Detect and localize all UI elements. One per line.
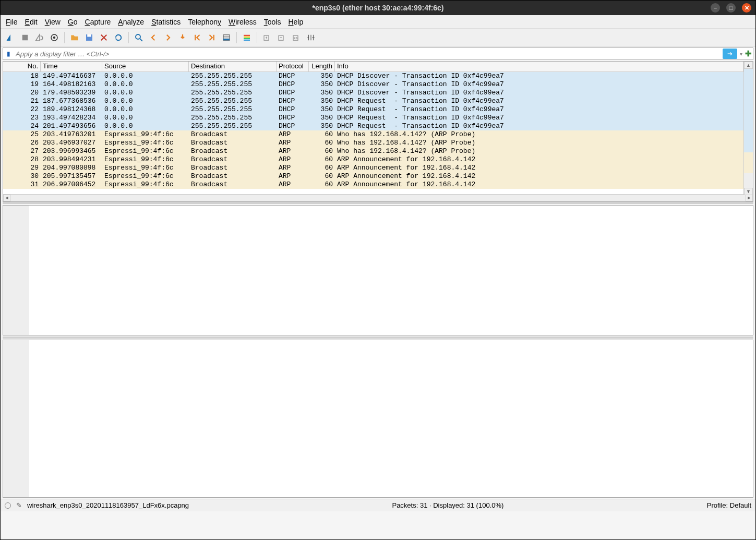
- jump-to-button[interactable]: [176, 31, 189, 44]
- svg-line-6: [140, 39, 142, 41]
- auto-scroll-button[interactable]: [220, 31, 233, 44]
- svg-rect-11: [244, 34, 250, 35]
- packet-details-pane[interactable]: [3, 205, 753, 335]
- packet-bytes-pane[interactable]: [3, 340, 753, 498]
- expert-info-icon[interactable]: [5, 502, 11, 509]
- menu-analyze[interactable]: Analyze: [118, 18, 144, 26]
- packet-row[interactable]: 18149.4974166370.0.0.0255.255.255.255DHC…: [3, 72, 753, 80]
- scroll-down-icon[interactable]: ▼: [744, 188, 753, 195]
- packet-row[interactable]: 24201.4974936560.0.0.0255.255.255.255DHC…: [3, 122, 753, 130]
- scroll-left-icon[interactable]: ◄: [3, 195, 10, 201]
- add-filter-button[interactable]: ✚: [743, 49, 753, 58]
- packet-row[interactable]: 20179.4985032390.0.0.0255.255.255.255DHC…: [3, 89, 753, 97]
- packet-row[interactable]: 31206.997006452Espressi_99:4f:6cBroadcas…: [3, 181, 753, 189]
- col-header-destination[interactable]: Destination: [189, 62, 277, 71]
- svg-text:1:1: 1:1: [293, 37, 298, 40]
- menu-edit[interactable]: Edit: [25, 18, 38, 26]
- scroll-right-icon[interactable]: ►: [746, 195, 753, 201]
- prev-packet-button[interactable]: [147, 31, 160, 44]
- packet-row[interactable]: 23193.4974282340.0.0.0255.255.255.255DHC…: [3, 114, 753, 122]
- title-bar: *enp3s0 (ether host 30:ae:a4:99:4f:6c) –…: [1, 1, 755, 15]
- reload-button[interactable]: [112, 31, 125, 44]
- display-filter-bar: ▮ ➔ ▾ ✚: [3, 47, 753, 60]
- toolbar: + − 1:1: [1, 29, 755, 46]
- svg-text:−: −: [280, 35, 282, 40]
- zoom-in-button[interactable]: +: [260, 31, 274, 44]
- splitter-1[interactable]: [3, 202, 753, 204]
- svg-rect-14: [244, 39, 250, 40]
- display-filter-input[interactable]: [14, 49, 722, 59]
- packet-list-pane: No. Time Source Destination Protocol Len…: [3, 61, 753, 202]
- menu-bar: File Edit View Go Capture Analyze Statis…: [1, 15, 755, 29]
- status-packets: Packets: 31 · Displayed: 31 (100.0%): [392, 501, 503, 509]
- colorize-button[interactable]: [240, 31, 254, 44]
- svg-rect-0: [22, 34, 28, 40]
- zoom-reset-button[interactable]: 1:1: [290, 31, 303, 44]
- packet-list-header: No. Time Source Destination Protocol Len…: [3, 62, 753, 72]
- minimize-button[interactable]: –: [711, 3, 720, 13]
- next-packet-button[interactable]: [161, 31, 175, 44]
- packet-list-body[interactable]: 18149.4974166370.0.0.0255.255.255.255DHC…: [3, 72, 753, 194]
- packet-row[interactable]: 26203.496937027Espressi_99:4f:6cBroadcas…: [3, 139, 753, 147]
- packet-row[interactable]: 22189.4981243680.0.0.0255.255.255.255DHC…: [3, 105, 753, 114]
- scroll-up-icon[interactable]: ▲: [744, 62, 753, 69]
- svg-rect-4: [87, 34, 91, 37]
- edit-icon[interactable]: ✎: [16, 501, 22, 509]
- menu-go[interactable]: Go: [68, 18, 78, 26]
- svg-point-5: [136, 34, 140, 39]
- packet-row[interactable]: 29204.997080898Espressi_99:4f:6cBroadcas…: [3, 164, 753, 172]
- apply-filter-button[interactable]: ➔: [723, 49, 737, 59]
- menu-help[interactable]: Help: [288, 18, 303, 26]
- capture-options-button[interactable]: [47, 31, 61, 44]
- resize-columns-button[interactable]: [304, 31, 318, 44]
- maximize-button[interactable]: □: [726, 3, 736, 13]
- start-capture-button[interactable]: [4, 31, 17, 44]
- svg-point-2: [53, 36, 56, 39]
- svg-text:+: +: [265, 35, 268, 40]
- svg-rect-12: [244, 36, 250, 37]
- go-last-button[interactable]: [205, 31, 219, 44]
- col-header-time[interactable]: Time: [41, 62, 102, 71]
- packet-row[interactable]: 19164.4981821630.0.0.0255.255.255.255DHC…: [3, 80, 753, 89]
- splitter-2[interactable]: [3, 337, 753, 339]
- filter-bookmark-icon[interactable]: ▮: [3, 50, 14, 57]
- col-header-length[interactable]: Length: [309, 62, 335, 71]
- filter-dropdown-icon[interactable]: ▾: [738, 51, 743, 57]
- menu-telephony[interactable]: Telephony: [188, 18, 221, 26]
- save-file-button[interactable]: [82, 31, 96, 44]
- close-button[interactable]: ✕: [742, 3, 751, 13]
- status-profile[interactable]: Profile: Default: [707, 501, 751, 509]
- stop-capture-button[interactable]: [18, 31, 32, 44]
- svg-rect-13: [244, 38, 250, 39]
- menu-tools[interactable]: Tools: [264, 18, 281, 26]
- close-file-button[interactable]: [97, 31, 111, 44]
- packet-row[interactable]: 28203.998494231Espressi_99:4f:6cBroadcas…: [3, 155, 753, 164]
- horizontal-scrollbar[interactable]: ◄ ►: [3, 194, 753, 201]
- svg-rect-10: [223, 39, 230, 40]
- col-header-protocol[interactable]: Protocol: [277, 62, 309, 71]
- packet-row[interactable]: 25203.419763201Espressi_99:4f:6cBroadcas…: [3, 130, 753, 139]
- status-file: wireshark_enp3s0_20201118163957_LdFx6x.p…: [27, 501, 189, 509]
- menu-capture[interactable]: Capture: [85, 18, 111, 26]
- packet-list-scrollbar[interactable]: ▲ ▼: [743, 62, 753, 195]
- col-header-info[interactable]: Info: [335, 62, 743, 71]
- window-title: *enp3s0 (ether host 30:ae:a4:99:4f:6c): [1, 4, 755, 12]
- zoom-out-button[interactable]: −: [275, 31, 289, 44]
- go-first-button[interactable]: [190, 31, 204, 44]
- packet-row[interactable]: 27203.996993465Espressi_99:4f:6cBroadcas…: [3, 147, 753, 155]
- menu-file[interactable]: File: [6, 18, 18, 26]
- restart-capture-button[interactable]: [33, 31, 46, 44]
- col-header-no[interactable]: No.: [3, 62, 41, 71]
- col-header-source[interactable]: Source: [102, 62, 189, 71]
- status-bar: ✎ wireshark_enp3s0_20201118163957_LdFx6x…: [1, 499, 755, 511]
- packet-row[interactable]: 21187.6773685360.0.0.0255.255.255.255DHC…: [3, 97, 753, 105]
- packet-row[interactable]: 30205.997135457Espressi_99:4f:6cBroadcas…: [3, 172, 753, 181]
- find-packet-button[interactable]: [132, 31, 146, 44]
- menu-view[interactable]: View: [45, 18, 61, 26]
- menu-wireless[interactable]: Wireless: [229, 18, 257, 26]
- menu-statistics[interactable]: Statistics: [151, 18, 181, 26]
- open-file-button[interactable]: [68, 31, 81, 44]
